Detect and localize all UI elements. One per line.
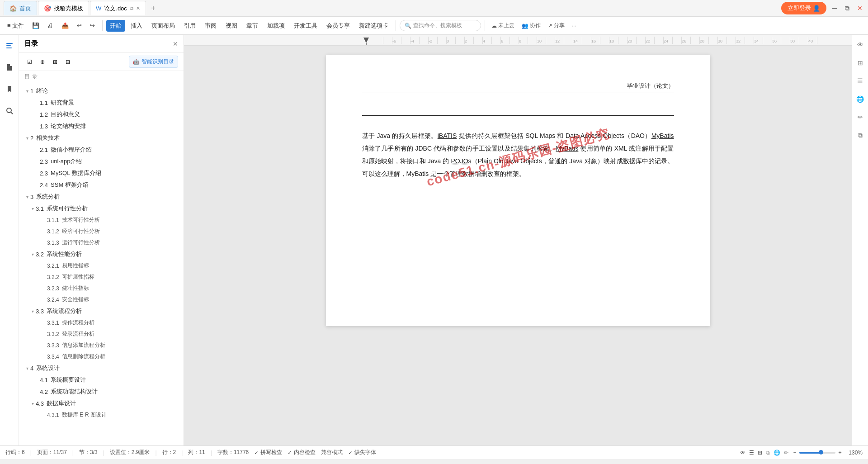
input-field-box (362, 107, 674, 116)
toc-item[interactable]: 3.3.3信息添加流程分析 (19, 340, 184, 351)
zoom-slider[interactable] (799, 452, 835, 454)
view-button[interactable]: 视图 (222, 20, 241, 32)
toc-item[interactable]: 2.3uni-app介绍 (19, 156, 184, 167)
toc-item[interactable]: ▾3.3系统流程分析 (19, 305, 184, 317)
right-eye-icon[interactable]: 👁 (854, 38, 867, 51)
toc-item[interactable]: 3.2.4安全性指标 (19, 294, 184, 305)
right-globe-icon[interactable]: 🌐 (854, 93, 867, 105)
redo-button[interactable]: ↪ (86, 20, 99, 31)
view-mode-1-button[interactable]: ☰ (749, 450, 754, 456)
chapter-button[interactable]: 章节 (243, 20, 262, 32)
toc-item[interactable]: 3.3.4信息删除流程分析 (19, 351, 184, 362)
insert-tab-button[interactable]: 插入 (127, 20, 146, 32)
svg-marker-7 (363, 38, 369, 43)
toc-item[interactable]: 3.2.2可扩展性指标 (19, 271, 184, 283)
zoom-in-button[interactable]: ＋ (837, 449, 843, 456)
toc-item[interactable]: 3.2.3健壮性指标 (19, 283, 184, 294)
user-icon: 👤 (813, 5, 820, 12)
toc-ai-button[interactable]: 🤖 智能识别目录 (129, 56, 178, 68)
share-button[interactable]: ↗ 分享 (545, 20, 567, 31)
toc-item-text: 运行可行性分析 (62, 239, 100, 246)
document-body[interactable]: 基于 Java 的持久层框架。iBATIS 提供的持久层框架包括 SQL Map… (362, 129, 674, 180)
toc-item[interactable]: 1.3论文结构安排 (19, 120, 184, 132)
toc-item[interactable]: ▾4系统设计 (19, 362, 184, 374)
tab-doc[interactable]: W 论文.doc ⧉ ✕ (90, 1, 146, 15)
collab-label: 协作 (530, 22, 541, 29)
zoom-out-button[interactable]: － (792, 449, 797, 456)
toc-item[interactable]: ▾3系统分析 (19, 191, 184, 203)
toc-item[interactable]: 1.2目的和意义 (19, 109, 184, 120)
toc-item[interactable]: ▾4.3数据库设计 (19, 398, 184, 409)
sidebar-search-icon[interactable] (2, 104, 17, 118)
search-box[interactable]: 🔍 查找命令、搜索模板 (400, 20, 481, 31)
document-page: 毕业设计（论文） 基于 Java 的持久层框架。iBATIS 提供的持久层框架包… (326, 55, 710, 326)
undo-button[interactable]: ↩ (73, 20, 85, 31)
right-columns-icon[interactable]: ☰ (854, 75, 867, 87)
more-menu-button[interactable]: ··· (569, 21, 579, 30)
tab-close-icon[interactable]: ✕ (136, 5, 140, 11)
toc-item[interactable]: 2.4SSM 框架介绍 (19, 179, 184, 191)
toc-item[interactable]: 3.1.1技术可行性分析 (19, 214, 184, 226)
file-menu-button[interactable]: ≡ 文件 (4, 20, 28, 32)
toc-item[interactable]: 1.1研究背景 (19, 97, 184, 109)
toc-item-text: 微信小程序介绍 (51, 146, 92, 154)
add-tab-button[interactable]: + (147, 2, 160, 14)
page-layout-button[interactable]: 页面布局 (148, 20, 179, 32)
collab-button[interactable]: 👥 协作 (519, 20, 543, 31)
vip-button[interactable]: 会员专享 (323, 20, 354, 32)
content-check-item[interactable]: ✓ 内容检查 (288, 449, 316, 456)
eye-view-button[interactable]: 👁 (740, 450, 745, 456)
toc-item[interactable]: 3.3.1操作流程分析 (19, 317, 184, 328)
devtools-button[interactable]: 开发工具 (290, 20, 321, 32)
view-mode-4-button[interactable]: 🌐 (774, 450, 780, 456)
toc-item[interactable]: ▾1绪论 (19, 85, 184, 97)
toc-item[interactable]: ▾2相关技术 (19, 132, 184, 144)
right-layers-icon[interactable]: ⧉ (854, 129, 867, 142)
toc-item[interactable]: 2.1微信小程序介绍 (19, 144, 184, 156)
register-button[interactable]: 立即登录 👤 (781, 2, 826, 14)
tab-restore-icon[interactable]: ⧉ (130, 5, 133, 11)
tab-home[interactable]: 🏠 首页 (4, 1, 37, 15)
toc-item[interactable]: 3.3.2登录流程分析 (19, 328, 184, 340)
svg-rect-4 (8, 69, 10, 70)
toc-item[interactable]: 2.3MySQL 数据库介绍 (19, 167, 184, 179)
export-button[interactable]: 📤 (58, 20, 72, 31)
toc-close-button[interactable]: ✕ (173, 40, 178, 47)
spelling-item[interactable]: ✓ 拼写检查 (254, 449, 282, 456)
missing-font-item[interactable]: ✓ 缺失字体 (348, 449, 376, 456)
addons-button[interactable]: 加载项 (264, 20, 288, 32)
toc-item[interactable]: 4.3.1数据库 E-R 图设计 (19, 409, 184, 421)
restore-button[interactable]: ⧉ (843, 4, 852, 13)
edit-mode-button[interactable]: ✏ (784, 450, 788, 456)
toc-item[interactable]: 4.2系统功能结构设计 (19, 386, 184, 398)
toc-collapse-button[interactable]: ⊟ (63, 57, 73, 66)
new-tab-button[interactable]: 新建选项卡 (355, 20, 392, 32)
print-button[interactable]: 🖨 (44, 20, 57, 31)
toc-item[interactable]: 4.1系统概要设计 (19, 374, 184, 386)
toc-expand-button[interactable]: ⊞ (50, 57, 60, 66)
view-mode-3-button[interactable]: ⧉ (766, 450, 770, 456)
toc-item[interactable]: 3.1.2经济可行性分析 (19, 226, 184, 237)
sidebar-files-icon[interactable] (2, 60, 17, 75)
view-mode-2-button[interactable]: ⊞ (758, 450, 762, 456)
right-table-icon[interactable]: ⊞ (854, 57, 867, 69)
toc-item[interactable]: 3.2.1易用性指标 (19, 260, 184, 271)
toc-item[interactable]: 3.1.3运行可行性分析 (19, 237, 184, 248)
zoom-control[interactable]: － ＋ 130% (792, 449, 863, 456)
minimize-button[interactable]: ─ (830, 4, 839, 13)
start-tab-button[interactable]: 开始 (106, 20, 125, 32)
toc-item[interactable]: ▾3.1系统可行性分析 (19, 203, 184, 214)
right-edit-icon[interactable]: ✏ (854, 111, 867, 123)
reference-button[interactable]: 引用 (180, 20, 199, 32)
toc-add-button[interactable]: ⊕ (38, 57, 47, 66)
cloud-button[interactable]: ☁ 未上云 (489, 20, 517, 31)
sidebar-toc-icon[interactable] (2, 38, 17, 53)
save-button[interactable]: 💾 (28, 20, 43, 31)
document-scroll[interactable]: 毕业设计（论文） 基于 Java 的持久层框架。iBATIS 提供的持久层框架包… (184, 46, 852, 445)
sidebar-bookmark-icon[interactable] (2, 82, 17, 96)
toc-item[interactable]: ▾3.2系统性能分析 (19, 248, 184, 260)
review-button[interactable]: 审阅 (201, 20, 220, 32)
toc-expand-all-button[interactable]: ☑ (24, 57, 35, 66)
tab-template[interactable]: 🎯 找稻壳模板 (38, 1, 89, 15)
close-button[interactable]: ✕ (855, 4, 864, 13)
